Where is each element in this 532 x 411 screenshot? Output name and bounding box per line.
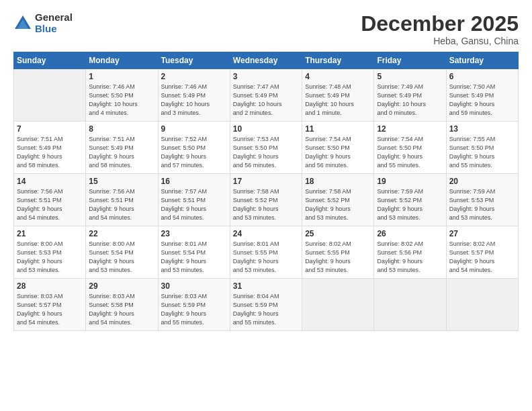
day-cell: 5Sunrise: 7:49 AM Sunset: 5:49 PM Daylig… [374, 69, 446, 122]
col-wednesday: Wednesday [230, 52, 302, 69]
day-info: Sunrise: 8:02 AM Sunset: 5:55 PM Dayligh… [305, 240, 371, 275]
day-info: Sunrise: 8:02 AM Sunset: 5:57 PM Dayligh… [449, 240, 515, 275]
day-cell: 30Sunrise: 8:03 AM Sunset: 5:59 PM Dayli… [158, 279, 230, 331]
day-number: 10 [233, 124, 299, 134]
title-area: December 2025 Heba, Gansu, China [361, 12, 519, 46]
day-info: Sunrise: 7:58 AM Sunset: 5:52 PM Dayligh… [305, 187, 371, 222]
day-info: Sunrise: 7:53 AM Sunset: 5:50 PM Dayligh… [233, 135, 299, 170]
day-number: 11 [305, 124, 371, 134]
col-sunday: Sunday [14, 52, 86, 69]
location: Heba, Gansu, China [361, 36, 519, 46]
day-cell: 13Sunrise: 7:55 AM Sunset: 5:50 PM Dayli… [446, 122, 518, 174]
day-number: 13 [449, 124, 515, 134]
day-number: 31 [233, 281, 299, 291]
day-number: 26 [377, 229, 443, 238]
month-title: December 2025 [361, 12, 519, 36]
day-cell: 23Sunrise: 8:01 AM Sunset: 5:54 PM Dayli… [158, 226, 230, 279]
day-number: 7 [17, 124, 83, 134]
day-cell [14, 69, 86, 122]
day-cell: 8Sunrise: 7:51 AM Sunset: 5:49 PM Daylig… [86, 122, 158, 174]
day-number: 8 [89, 124, 154, 134]
day-cell: 27Sunrise: 8:02 AM Sunset: 5:57 PM Dayli… [446, 226, 518, 279]
day-cell: 22Sunrise: 8:00 AM Sunset: 5:54 PM Dayli… [86, 226, 158, 279]
day-number: 16 [161, 177, 227, 186]
day-info: Sunrise: 7:46 AM Sunset: 5:49 PM Dayligh… [161, 83, 227, 118]
day-number: 12 [377, 124, 443, 134]
day-number: 5 [377, 72, 443, 81]
day-info: Sunrise: 7:56 AM Sunset: 5:51 PM Dayligh… [17, 187, 83, 222]
day-cell: 26Sunrise: 8:02 AM Sunset: 5:56 PM Dayli… [374, 226, 446, 279]
day-info: Sunrise: 7:54 AM Sunset: 5:50 PM Dayligh… [305, 135, 371, 170]
day-cell: 17Sunrise: 7:58 AM Sunset: 5:52 PM Dayli… [230, 174, 302, 226]
day-info: Sunrise: 7:50 AM Sunset: 5:49 PM Dayligh… [449, 83, 515, 118]
day-number: 27 [449, 229, 515, 238]
day-number: 14 [17, 177, 83, 186]
day-cell: 15Sunrise: 7:56 AM Sunset: 5:51 PM Dayli… [86, 174, 158, 226]
calendar-body: 1Sunrise: 7:46 AM Sunset: 5:50 PM Daylig… [14, 69, 519, 331]
day-info: Sunrise: 8:01 AM Sunset: 5:54 PM Dayligh… [161, 240, 227, 275]
day-info: Sunrise: 7:46 AM Sunset: 5:50 PM Dayligh… [89, 83, 154, 118]
day-number: 24 [233, 229, 299, 238]
day-cell [446, 279, 518, 331]
week-row-5: 28Sunrise: 8:03 AM Sunset: 5:57 PM Dayli… [14, 279, 519, 331]
day-cell [302, 279, 374, 331]
day-cell: 28Sunrise: 8:03 AM Sunset: 5:57 PM Dayli… [14, 279, 86, 331]
logo: General Blue [13, 12, 73, 34]
day-info: Sunrise: 7:59 AM Sunset: 5:52 PM Dayligh… [377, 187, 443, 222]
day-info: Sunrise: 7:52 AM Sunset: 5:50 PM Dayligh… [161, 135, 227, 170]
day-info: Sunrise: 7:51 AM Sunset: 5:49 PM Dayligh… [89, 135, 154, 170]
day-number: 1 [89, 72, 154, 81]
day-number: 9 [161, 124, 227, 134]
day-number: 18 [305, 177, 371, 186]
page: General Blue December 2025 Heba, Gansu, … [0, 0, 532, 411]
week-row-3: 14Sunrise: 7:56 AM Sunset: 5:51 PM Dayli… [14, 174, 519, 226]
day-cell [374, 279, 446, 331]
day-info: Sunrise: 8:04 AM Sunset: 5:59 PM Dayligh… [233, 292, 299, 327]
day-cell: 14Sunrise: 7:56 AM Sunset: 5:51 PM Dayli… [14, 174, 86, 226]
day-cell: 31Sunrise: 8:04 AM Sunset: 5:59 PM Dayli… [230, 279, 302, 331]
day-info: Sunrise: 8:00 AM Sunset: 5:53 PM Dayligh… [17, 240, 83, 275]
day-number: 15 [89, 177, 154, 186]
day-cell: 21Sunrise: 8:00 AM Sunset: 5:53 PM Dayli… [14, 226, 86, 279]
day-cell: 20Sunrise: 7:59 AM Sunset: 5:53 PM Dayli… [446, 174, 518, 226]
day-info: Sunrise: 7:56 AM Sunset: 5:51 PM Dayligh… [89, 187, 154, 222]
day-number: 19 [377, 177, 443, 186]
col-saturday: Saturday [446, 52, 518, 69]
week-row-4: 21Sunrise: 8:00 AM Sunset: 5:53 PM Dayli… [14, 226, 519, 279]
day-number: 20 [449, 177, 515, 186]
week-row-2: 7Sunrise: 7:51 AM Sunset: 5:49 PM Daylig… [14, 122, 519, 174]
day-cell: 19Sunrise: 7:59 AM Sunset: 5:52 PM Dayli… [374, 174, 446, 226]
day-cell: 11Sunrise: 7:54 AM Sunset: 5:50 PM Dayli… [302, 122, 374, 174]
col-friday: Friday [374, 52, 446, 69]
day-cell: 16Sunrise: 7:57 AM Sunset: 5:51 PM Dayli… [158, 174, 230, 226]
day-cell: 25Sunrise: 8:02 AM Sunset: 5:55 PM Dayli… [302, 226, 374, 279]
day-info: Sunrise: 7:59 AM Sunset: 5:53 PM Dayligh… [449, 187, 515, 222]
day-number: 17 [233, 177, 299, 186]
day-info: Sunrise: 7:58 AM Sunset: 5:52 PM Dayligh… [233, 187, 299, 222]
day-info: Sunrise: 8:03 AM Sunset: 5:57 PM Dayligh… [17, 292, 83, 327]
col-monday: Monday [86, 52, 158, 69]
col-tuesday: Tuesday [158, 52, 230, 69]
day-number: 25 [305, 229, 371, 238]
day-cell: 6Sunrise: 7:50 AM Sunset: 5:49 PM Daylig… [446, 69, 518, 122]
day-number: 21 [17, 229, 83, 238]
day-info: Sunrise: 7:51 AM Sunset: 5:49 PM Dayligh… [17, 135, 83, 170]
day-cell: 29Sunrise: 8:03 AM Sunset: 5:58 PM Dayli… [86, 279, 158, 331]
logo-blue: Blue [35, 24, 73, 35]
day-info: Sunrise: 7:54 AM Sunset: 5:50 PM Dayligh… [377, 135, 443, 170]
logo-general: General [35, 12, 73, 24]
day-info: Sunrise: 8:00 AM Sunset: 5:54 PM Dayligh… [89, 240, 154, 275]
day-cell: 4Sunrise: 7:48 AM Sunset: 5:49 PM Daylig… [302, 69, 374, 122]
day-cell: 10Sunrise: 7:53 AM Sunset: 5:50 PM Dayli… [230, 122, 302, 174]
day-cell: 9Sunrise: 7:52 AM Sunset: 5:50 PM Daylig… [158, 122, 230, 174]
logo-text: General Blue [35, 12, 73, 34]
header: General Blue December 2025 Heba, Gansu, … [13, 12, 519, 46]
day-cell: 12Sunrise: 7:54 AM Sunset: 5:50 PM Dayli… [374, 122, 446, 174]
day-number: 28 [17, 281, 83, 291]
day-info: Sunrise: 8:03 AM Sunset: 5:59 PM Dayligh… [161, 292, 227, 327]
col-thursday: Thursday [302, 52, 374, 69]
day-number: 22 [89, 229, 154, 238]
header-row: Sunday Monday Tuesday Wednesday Thursday… [14, 52, 519, 69]
day-number: 4 [305, 72, 371, 81]
day-number: 6 [449, 72, 515, 81]
